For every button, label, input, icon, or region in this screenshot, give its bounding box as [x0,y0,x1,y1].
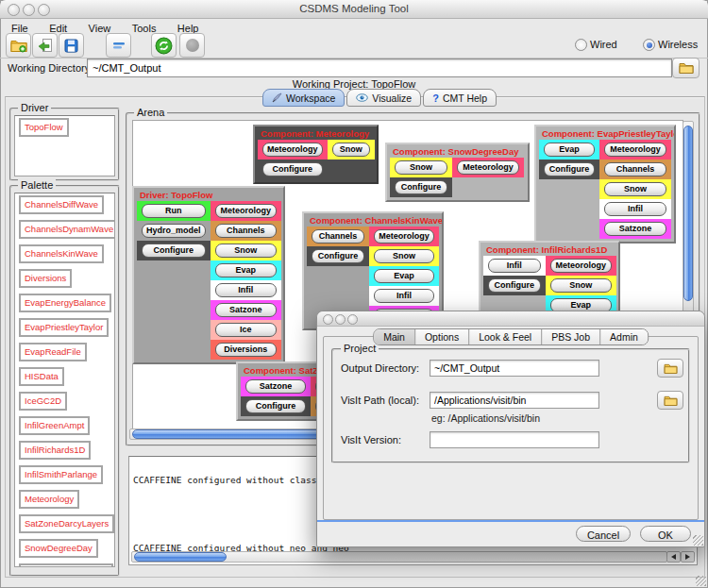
scroll-right-arrow-icon[interactable] [681,551,695,563]
satzone-port-button[interactable]: Satzone [604,222,666,236]
snow-port-button[interactable]: Snow [550,278,612,293]
tab-look-feel[interactable]: Look & Feel [468,329,541,344]
run-button[interactable]: Run [142,204,206,218]
scrollbar-thumb[interactable] [134,552,227,562]
snow-port-button[interactable]: Snow [215,244,278,258]
console-button[interactable] [106,33,131,58]
snow-port-button[interactable]: Snow [604,182,666,196]
palette-item[interactable]: IceGC2D [19,392,67,411]
save-button[interactable] [59,33,84,58]
close-window-icon[interactable] [323,314,333,325]
satzone-port-button[interactable]: Satzone [215,303,278,317]
palette-item[interactable]: InfilGreenAmpt [19,416,90,435]
palette-item[interactable]: SatZoneDarcyLayers [19,514,114,533]
configure-button[interactable]: Configure [262,162,323,176]
configure-button[interactable]: Configure [142,244,206,258]
evap-port-button[interactable]: Evap [215,263,278,277]
configure-button[interactable]: Configure [245,399,306,413]
tab-options[interactable]: Options [414,329,468,344]
meteorology-port-button[interactable]: Meteorology [262,143,323,157]
dialog-resize-grip[interactable] [693,535,703,546]
palette-item[interactable]: SnowEnergyBalance [19,563,113,567]
component-window-snowdegreeday[interactable]: Component: SnowDegreeDay Snow Configure … [385,143,530,202]
palette-item[interactable]: InfilSmithParlange [19,465,103,484]
ok-button[interactable]: OK [640,526,691,542]
port-pad-infil: Infil [599,199,671,219]
palette-item[interactable]: Meteorology [19,490,79,509]
configure-button[interactable]: Configure [312,249,364,263]
hydro-model-button[interactable]: Hydro_model [142,224,206,238]
wired-radio[interactable] [575,39,587,51]
channels-port-button[interactable]: Channels [312,229,364,244]
visit-path-input[interactable] [430,392,599,409]
console-horizontal-scrollbar[interactable] [131,551,667,563]
palette-item[interactable]: ChannelsDynamWave [19,220,115,239]
port-pad-snow: Snow [211,241,282,260]
meteorology-port-button[interactable]: Meteorology [457,160,519,175]
output-directory-input[interactable] [430,360,599,377]
scroll-left-arrow-icon[interactable] [666,551,681,563]
palette-item[interactable]: SnowDegreeDay [19,539,98,558]
tab-visualize[interactable]: Visualize [346,89,421,107]
visit-version-input[interactable] [430,431,599,448]
meteorology-port-button[interactable]: Meteorology [374,229,434,244]
driver-window-topoflow[interactable]: Driver: TopoFlow Run Hydro_model Configu… [132,186,285,364]
port-pad-snow: Snow [390,158,452,177]
minimize-window-icon[interactable] [335,314,346,325]
meteorology-port-button[interactable]: Meteorology [604,143,666,157]
cancel-button[interactable]: Cancel [576,526,631,542]
infil-port-button[interactable]: Infil [374,289,434,303]
satzone-port-button[interactable]: Satzone [245,379,306,394]
ice-port-button[interactable]: Ice [215,323,278,337]
console-lines-icon [111,39,126,52]
palette-item[interactable]: ChannelsDiffWave [19,195,104,214]
evap-port-button[interactable]: Evap [544,143,595,157]
scrollbar-thumb[interactable] [683,126,693,301]
tab-main[interactable]: Main [374,329,414,344]
snow-port-button[interactable]: Snow [395,160,447,175]
infil-port-button[interactable]: Infil [604,202,666,216]
component-window-evappriestleytaylor[interactable]: Component: EvapPriestleyTaylor Evap Conf… [534,125,676,244]
working-directory-browse-button[interactable] [672,58,700,78]
tab-admin[interactable]: Admin [599,329,648,344]
meteorology-port-button[interactable]: Meteorology [550,259,612,273]
meteorology-port-button[interactable]: Meteorology [215,204,278,218]
working-directory-input[interactable] [87,59,672,77]
diversions-port-button[interactable]: Diversions [215,343,278,357]
palette-item[interactable]: InfilRichards1D [19,441,91,460]
component-window-meteorology[interactable]: Component: Meteorology Meteorology Confi… [253,125,379,184]
window-resize-grip[interactable] [696,576,706,586]
new-project-button[interactable] [6,33,31,58]
tab-cmt-help[interactable]: ? CMT Help [423,89,497,107]
driver-item-topoflow[interactable]: TopoFlow [19,118,69,137]
configure-button[interactable]: Configure [488,278,541,293]
channels-port-button[interactable]: Channels [215,224,278,238]
tab-workspace[interactable]: Workspace [262,89,345,107]
visit-path-browse-button[interactable] [657,391,683,410]
infil-port-button[interactable]: Infil [488,259,541,273]
snow-port-button[interactable]: Snow [374,249,434,263]
snow-port-button[interactable]: Snow [332,143,370,157]
stop-button[interactable] [179,33,205,58]
palette-item[interactable]: EvapPriestleyTaylor [19,318,109,337]
wireless-radio[interactable] [643,39,655,51]
palette-item[interactable]: EvapReadFile [19,343,87,361]
component-window-infilrichards1d[interactable]: Component: InfilRichards1D Infil Configu… [479,241,620,320]
infil-port-button[interactable]: Infil [215,283,278,297]
dialog-titlebar[interactable] [317,311,704,327]
tab-pbs-job[interactable]: PBS Job [541,329,599,344]
import-button[interactable] [32,33,58,58]
palette-item[interactable]: ChannelsKinWave [19,244,104,263]
palette-item[interactable]: EvapEnergyBalance [19,294,111,312]
configure-pad: Configure [483,276,546,295]
channels-port-button[interactable]: Channels [604,162,666,176]
port-pad-infil: Infil [369,286,439,306]
evap-port-button[interactable]: Evap [374,269,434,283]
configure-button[interactable]: Configure [395,180,447,194]
zoom-window-icon[interactable] [347,314,358,325]
palette-item[interactable]: HISData [19,367,64,386]
palette-item[interactable]: Diversions [19,269,72,288]
configure-button[interactable]: Configure [544,162,595,176]
output-directory-browse-button[interactable] [657,359,683,378]
refresh-button[interactable] [151,33,177,58]
